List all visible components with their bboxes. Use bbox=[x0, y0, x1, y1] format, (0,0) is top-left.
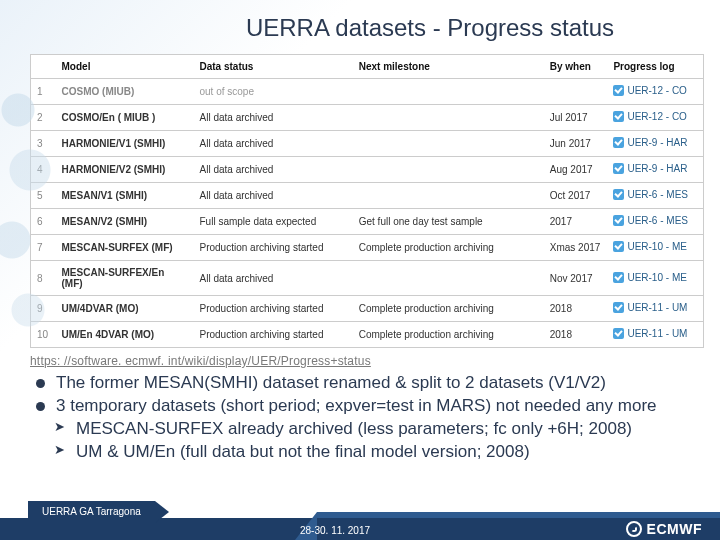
cell-log: UER-12 - CO bbox=[607, 105, 703, 131]
cell-log: UER-10 - ME bbox=[607, 235, 703, 261]
cell-status: Production archiving started bbox=[194, 296, 353, 322]
row-index: 5 bbox=[31, 183, 56, 209]
table-row: 4HARMONIE/V2 (SMHI)All data archivedAug … bbox=[31, 157, 703, 183]
log-link[interactable]: UER-6 - MES bbox=[627, 189, 688, 200]
page-title: UERRA datasets - Progress status bbox=[0, 0, 720, 48]
row-index: 3 bbox=[31, 131, 56, 157]
table-row: 3HARMONIE/V1 (SMHI)All data archivedJun … bbox=[31, 131, 703, 157]
cell-when: 2018 bbox=[544, 322, 608, 348]
cell-when: 2018 bbox=[544, 296, 608, 322]
table-row: 10UM/En 4DVAR (MO)Production archiving s… bbox=[31, 322, 703, 348]
cell-next bbox=[353, 183, 544, 209]
cell-model: HARMONIE/V1 (SMHI) bbox=[56, 131, 194, 157]
footer-date: 28-30. 11. 2017 bbox=[300, 525, 370, 536]
brand-text: ECMWF bbox=[647, 521, 702, 537]
cell-model: HARMONIE/V2 (SMHI) bbox=[56, 157, 194, 183]
th-blank bbox=[31, 55, 56, 79]
row-index: 9 bbox=[31, 296, 56, 322]
row-index: 6 bbox=[31, 209, 56, 235]
cell-next: Get full one day test sample bbox=[353, 209, 544, 235]
cell-when: Aug 2017 bbox=[544, 157, 608, 183]
log-link[interactable]: UER-12 - CO bbox=[627, 85, 686, 96]
log-link[interactable]: UER-6 - MES bbox=[627, 215, 688, 226]
cell-status: All data archived bbox=[194, 183, 353, 209]
cell-log: UER-11 - UM bbox=[607, 296, 703, 322]
checkmark-icon bbox=[613, 272, 624, 283]
cell-status: Production archiving started bbox=[194, 322, 353, 348]
checkmark-icon bbox=[613, 111, 624, 122]
globe-icon bbox=[626, 521, 642, 537]
cell-next: Complete production archiving bbox=[353, 296, 544, 322]
cell-status: Production archiving started bbox=[194, 235, 353, 261]
cell-when bbox=[544, 79, 608, 105]
checkmark-icon bbox=[613, 85, 624, 96]
th-log: Progress log bbox=[607, 55, 703, 79]
table-row: 5MESAN/V1 (SMHI)All data archivedOct 201… bbox=[31, 183, 703, 209]
th-next: Next milestone bbox=[353, 55, 544, 79]
cell-next: Complete production archiving bbox=[353, 235, 544, 261]
table-row: 1COSMO (MIUB)out of scope UER-12 - CO bbox=[31, 79, 703, 105]
cell-log: UER-6 - MES bbox=[607, 209, 703, 235]
row-index: 8 bbox=[31, 261, 56, 296]
cell-log: UER-12 - CO bbox=[607, 79, 703, 105]
table-header-row: Model Data status Next milestone By when… bbox=[31, 55, 703, 79]
log-link[interactable]: UER-11 - UM bbox=[627, 302, 687, 313]
checkmark-icon bbox=[613, 163, 624, 174]
checkmark-icon bbox=[613, 137, 624, 148]
row-index: 2 bbox=[31, 105, 56, 131]
table-row: 8MESCAN-SURFEX/En (MF)All data archivedN… bbox=[31, 261, 703, 296]
log-link[interactable]: UER-10 - ME bbox=[627, 272, 686, 283]
table-row: 2COSMO/En ( MIUB )All data archivedJul 2… bbox=[31, 105, 703, 131]
bullet-rename: The former MESAN(SMHI) dataset renamed &… bbox=[36, 372, 692, 395]
log-link[interactable]: UER-10 - ME bbox=[627, 241, 686, 252]
table-row: 6MESAN/V2 (SMHI)Full sample data expecte… bbox=[31, 209, 703, 235]
log-link[interactable]: UER-9 - HAR bbox=[627, 137, 687, 148]
cell-when: Jul 2017 bbox=[544, 105, 608, 131]
checkmark-icon bbox=[613, 215, 624, 226]
cell-next: Complete production archiving bbox=[353, 322, 544, 348]
log-link[interactable]: UER-12 - CO bbox=[627, 111, 686, 122]
cell-log: UER-11 - UM bbox=[607, 322, 703, 348]
cell-model: MESCAN-SURFEX/En (MF) bbox=[56, 261, 194, 296]
cell-status: All data archived bbox=[194, 261, 353, 296]
cell-when: Jun 2017 bbox=[544, 131, 608, 157]
cell-model: MESAN/V1 (SMHI) bbox=[56, 183, 194, 209]
checkmark-icon bbox=[613, 302, 624, 313]
cell-status: out of scope bbox=[194, 79, 353, 105]
cell-when: Xmas 2017 bbox=[544, 235, 608, 261]
th-status: Data status bbox=[194, 55, 353, 79]
cell-log: UER-9 - HAR bbox=[607, 157, 703, 183]
th-model: Model bbox=[56, 55, 194, 79]
cell-next bbox=[353, 157, 544, 183]
cell-status: All data archived bbox=[194, 131, 353, 157]
cell-status: Full sample data expected bbox=[194, 209, 353, 235]
row-index: 1 bbox=[31, 79, 56, 105]
checkmark-icon bbox=[613, 241, 624, 252]
cell-log: UER-9 - HAR bbox=[607, 131, 703, 157]
row-index: 7 bbox=[31, 235, 56, 261]
cell-log: UER-6 - MES bbox=[607, 183, 703, 209]
ecmwf-logo: ECMWF bbox=[626, 521, 702, 537]
subbullet-um: UM & UM/En (full data but not the final … bbox=[36, 441, 692, 464]
subbullet-mescan-surfex: MESCAN-SURFEX already archived (less par… bbox=[36, 418, 692, 441]
cell-when: 2017 bbox=[544, 209, 608, 235]
progress-table: Model Data status Next milestone By when… bbox=[30, 54, 704, 348]
cell-log: UER-10 - ME bbox=[607, 261, 703, 296]
table-row: 7MESCAN-SURFEX (MF)Production archiving … bbox=[31, 235, 703, 261]
checkmark-icon bbox=[613, 189, 624, 200]
cell-status: All data archived bbox=[194, 105, 353, 131]
cell-status: All data archived bbox=[194, 157, 353, 183]
cell-next bbox=[353, 131, 544, 157]
cell-next bbox=[353, 261, 544, 296]
cell-model: COSMO (MIUB) bbox=[56, 79, 194, 105]
bullet-temp-datasets: 3 temporary datasets (short period; expv… bbox=[36, 395, 692, 418]
row-index: 10 bbox=[31, 322, 56, 348]
log-link[interactable]: UER-11 - UM bbox=[627, 328, 687, 339]
source-url[interactable]: https: //software. ecmwf. int/wiki/displ… bbox=[30, 354, 720, 368]
cell-next bbox=[353, 105, 544, 131]
log-link[interactable]: UER-9 - HAR bbox=[627, 163, 687, 174]
cell-model: MESCAN-SURFEX (MF) bbox=[56, 235, 194, 261]
notes-list: The former MESAN(SMHI) dataset renamed &… bbox=[36, 372, 692, 464]
cell-model: COSMO/En ( MIUB ) bbox=[56, 105, 194, 131]
checkmark-icon bbox=[613, 328, 624, 339]
